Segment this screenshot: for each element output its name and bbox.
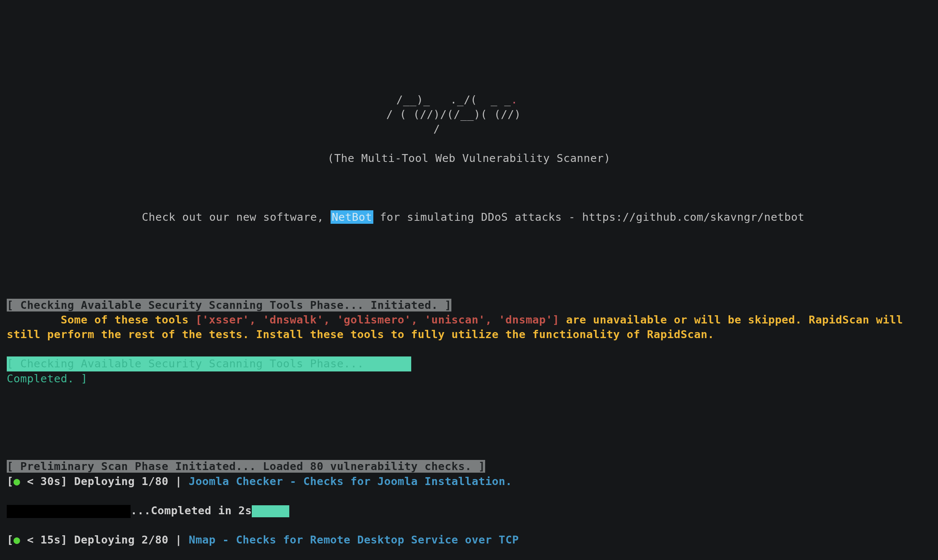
tool-name-1: Joomla Checker <box>189 475 283 488</box>
scan-line-1: [● < 30s] Deploying 1/80 | Joomla Checke… <box>7 474 931 489</box>
phase-banner-2: [ Preliminary Scan Phase Initiated... Lo… <box>7 460 485 473</box>
tagline: (The Multi-Tool Web Vulnerability Scanne… <box>7 151 931 166</box>
promo-line: Check out our new software, NetBot for s… <box>7 210 931 225</box>
bullet-icon: ● <box>14 533 20 546</box>
dot-icon: . <box>511 93 518 106</box>
tool-name-2: Nmap <box>189 533 216 546</box>
netbot-highlight: NetBot <box>330 210 373 224</box>
ascii-logo: /__)_ ._/( _ _. / ( (//)/(/__)( (//) / <box>0 92 931 137</box>
phase-banner-1: [ Checking Available Security Scanning T… <box>7 299 451 311</box>
terminal-output: /__)_ ._/( _ _. / ( (//)/(/__)( (//) / (… <box>7 63 931 560</box>
black-box <box>7 505 131 518</box>
completed-line: ...Completed in 2s <box>7 503 931 518</box>
teal-block-icon <box>252 505 289 517</box>
bullet-icon: ● <box>14 475 20 488</box>
tools-warning: Some of these tools ['xsser', 'dnswalk',… <box>7 312 931 342</box>
scan-line-2: [● < 15s] Deploying 2/80 | Nmap - Checks… <box>7 532 931 547</box>
phase-banner-1-done: [ Checking Available Security Scanning T… <box>7 357 411 371</box>
